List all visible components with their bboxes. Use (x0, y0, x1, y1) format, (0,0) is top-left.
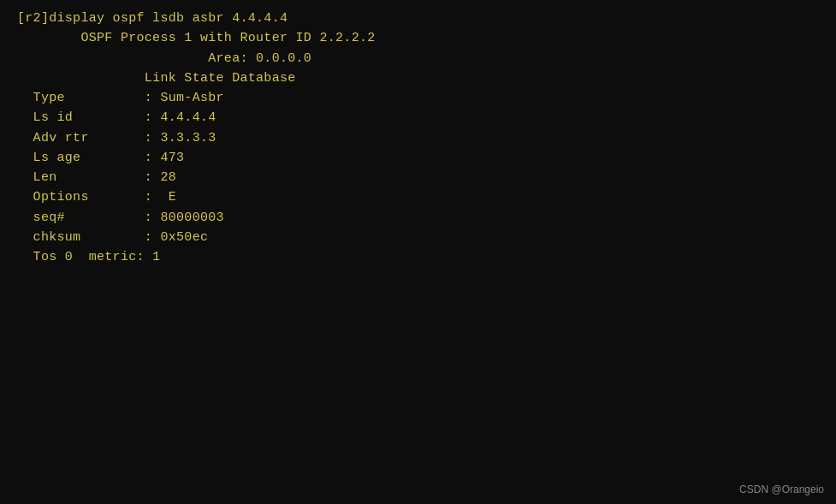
line-seq: seq# : 80000003 (17, 208, 819, 228)
line-type: Type : Sum-Asbr (17, 88, 819, 108)
line-lsid: Ls id : 4.4.4.4 (17, 108, 819, 127)
line-len: Len : 28 (17, 168, 819, 187)
line-area: Area: 0.0.0.0 (17, 49, 819, 68)
terminal-content: [r2]display ospf lsdb asbr 4.4.4.4 OSPF … (17, 9, 819, 267)
line-command: [r2]display ospf lsdb asbr 4.4.4.4 (17, 9, 819, 28)
watermark: CSDN @Orangeio (739, 483, 824, 495)
line-tos: Tos 0 metric: 1 (17, 247, 819, 267)
terminal-window: [r2]display ospf lsdb asbr 4.4.4.4 OSPF … (0, 0, 836, 504)
line-lsage: Ls age : 473 (17, 148, 819, 168)
line-process: OSPF Process 1 with Router ID 2.2.2.2 (17, 28, 819, 48)
line-chksum: chksum : 0x50ec (17, 228, 819, 247)
line-advrtr: Adv rtr : 3.3.3.3 (17, 128, 819, 148)
line-options: Options : E (17, 187, 819, 207)
line-lsdb: Link State Database (17, 68, 819, 88)
